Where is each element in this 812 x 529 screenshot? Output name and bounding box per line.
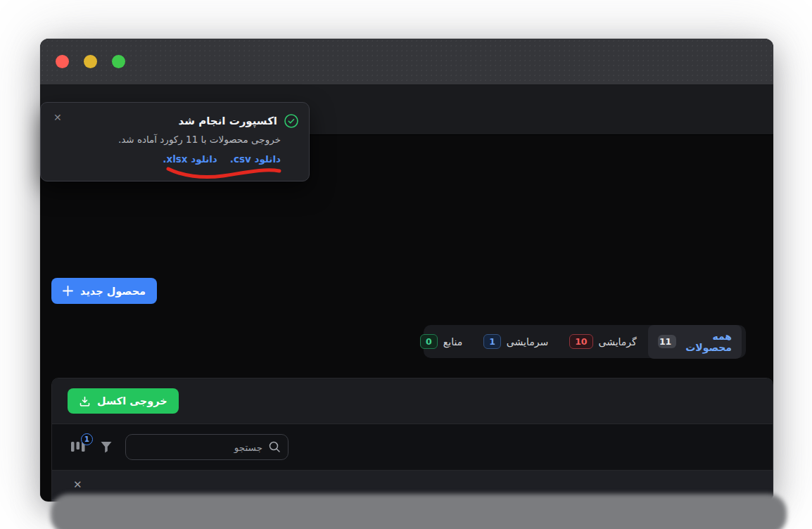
toast-header: اکسپورت انجام شد — [52, 113, 299, 129]
table-toolbar: خروجی اکسل — [52, 378, 773, 423]
products-panel: خروجی اکسل — [51, 378, 773, 502]
excel-export-button[interactable]: خروجی اکسل — [68, 388, 179, 414]
toast-title: اکسپورت انجام شد — [179, 115, 277, 127]
search-input-wrapper — [125, 434, 288, 460]
main-content: محصول جدید همه محصولات 11 گرمایشی 10 سرم… — [40, 135, 773, 501]
clear-filters-icon[interactable]: ✕ — [73, 480, 82, 490]
table-controls-row: 1 — [52, 423, 773, 470]
new-product-label: محصول جدید — [80, 286, 146, 297]
columns-count-badge: 1 — [81, 433, 93, 445]
tab-count-badge: 10 — [569, 334, 592, 349]
search-input[interactable] — [125, 434, 288, 460]
plus-icon — [63, 286, 73, 296]
tab-count-badge: 11 — [658, 335, 677, 348]
product-tabs: همه محصولات 11 گرمایشی 10 سرمایشی 1 مناب… — [424, 325, 746, 358]
window-bottom-blur — [51, 494, 787, 529]
tab-label: همه محصولات — [682, 331, 732, 353]
tab-all-products[interactable]: همه محصولات 11 — [648, 325, 742, 359]
download-icon — [79, 395, 91, 407]
columns-icon[interactable]: 1 — [70, 440, 87, 454]
zoom-window-button[interactable] — [112, 55, 125, 68]
export-toast: ✕ اکسپورت انجام شد خروجی محصولات با 11 ر… — [40, 102, 310, 181]
funnel-icon[interactable] — [100, 441, 113, 453]
screenshot-stage: محصول جدید همه محصولات 11 گرمایشی 10 سرم… — [0, 0, 812, 529]
tab-heating[interactable]: گرمایشی 10 — [559, 329, 647, 355]
close-window-button[interactable] — [56, 55, 69, 68]
toast-message: خروجی محصولات با 11 رکورد آماده شد. — [52, 134, 281, 145]
tab-count-badge: 1 — [483, 334, 501, 349]
red-scribble-annotation — [164, 162, 284, 181]
new-product-button[interactable]: محصول جدید — [51, 278, 157, 304]
excel-export-label: خروجی اکسل — [97, 395, 167, 407]
tab-label: منابع — [443, 336, 462, 348]
tab-label: سرمایشی — [507, 336, 548, 348]
minimize-window-button[interactable] — [84, 55, 97, 68]
toast-close-button[interactable]: ✕ — [53, 113, 62, 122]
tab-count-badge: 0 — [420, 334, 438, 349]
tab-cooling[interactable]: سرمایشی 1 — [474, 329, 558, 355]
tab-label: گرمایشی — [599, 336, 637, 348]
tab-resources[interactable]: منابع 0 — [410, 329, 472, 355]
window-titlebar — [40, 39, 773, 85]
check-circle-icon — [284, 113, 299, 129]
